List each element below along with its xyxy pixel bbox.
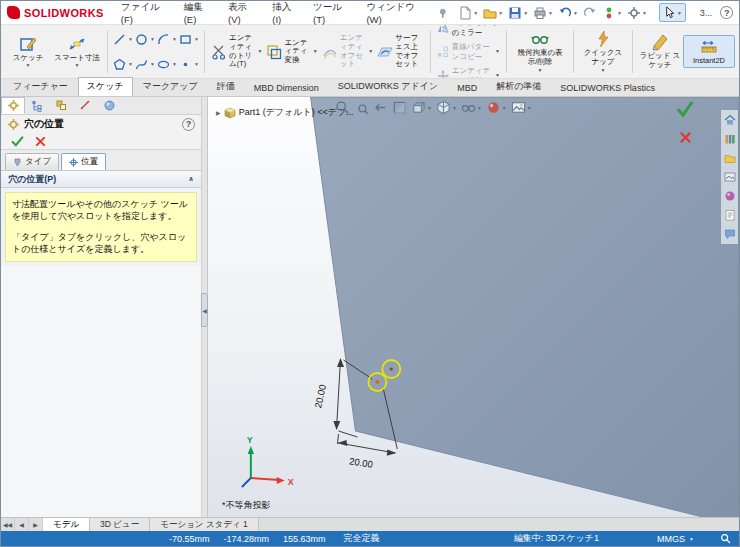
mirror-entities-button[interactable]: エンティティのミラー bbox=[435, 25, 502, 39]
tab-mbd[interactable]: MBD bbox=[448, 80, 486, 96]
new-document-caret[interactable]: ▼ bbox=[473, 10, 478, 16]
undo-caret[interactable]: ▼ bbox=[573, 10, 578, 16]
point-tool-button[interactable]: ▼ bbox=[178, 58, 200, 71]
tab-hole-position[interactable]: 位置 bbox=[61, 153, 106, 170]
offset-entities-button[interactable]: エンティティ オフセット ▼ bbox=[320, 32, 375, 71]
status-options-button[interactable] bbox=[720, 533, 731, 544]
convert-entities-button[interactable]: エンティティ変換 ▼ bbox=[264, 37, 319, 67]
graphics-area[interactable]: 20.00 20.00 bbox=[208, 97, 739, 517]
dimension-vertical-value[interactable]: 20.00 bbox=[312, 384, 328, 410]
rebuild-caret[interactable]: ▼ bbox=[617, 10, 622, 16]
tab-sketch[interactable]: スケッチ bbox=[78, 77, 133, 96]
smart-dimension-caret[interactable]: ▼ bbox=[75, 63, 80, 68]
section-collapse-chevron-icon[interactable]: ∧ bbox=[188, 175, 194, 183]
ellipse-tool-button[interactable]: ▼ bbox=[156, 58, 178, 71]
zoom-area-button[interactable] bbox=[353, 99, 370, 116]
section-view-button[interactable] bbox=[391, 99, 408, 116]
arc-tool-button[interactable]: ▼ bbox=[156, 33, 178, 46]
hide-show-caret[interactable]: ▼ bbox=[477, 105, 482, 111]
quick-snaps-button[interactable]: クイックスナップ ▼ bbox=[578, 28, 628, 74]
view-palette-button[interactable] bbox=[723, 170, 737, 184]
dimension-horizontal-value[interactable]: 20.00 bbox=[348, 455, 373, 470]
display-style-button[interactable]: ▼ bbox=[435, 99, 458, 116]
confirm-cancel-button[interactable] bbox=[678, 130, 693, 147]
tab-solidworks-addins[interactable]: SOLIDWORKS アドイン bbox=[329, 77, 447, 96]
hide-show-items-button[interactable]: ▼ bbox=[460, 99, 483, 116]
tab-analysis-preparation[interactable]: 解析の準備 bbox=[487, 77, 550, 96]
model-surface-face[interactable] bbox=[311, 97, 739, 517]
tab-markup[interactable]: マークアップ bbox=[134, 77, 207, 96]
tree-expand-arrow-icon[interactable]: ▶ bbox=[216, 109, 221, 116]
polygon-caret[interactable]: ▼ bbox=[128, 61, 133, 67]
previous-view-button[interactable] bbox=[372, 99, 389, 116]
file-explorer-button[interactable] bbox=[723, 151, 737, 165]
feature-tree-flyout[interactable]: ▶ Part1 (デフォルト) <<デフ... bbox=[216, 106, 354, 119]
point-caret[interactable]: ▼ bbox=[194, 61, 199, 67]
rebuild-button[interactable]: ▼ bbox=[600, 4, 624, 22]
circle-caret[interactable]: ▼ bbox=[150, 36, 155, 42]
view-orientation-caret[interactable]: ▼ bbox=[427, 105, 432, 111]
configurationmanager-tab[interactable] bbox=[49, 97, 73, 114]
resources-home-button[interactable] bbox=[723, 113, 737, 127]
convert-entities-caret[interactable]: ▼ bbox=[313, 49, 318, 54]
undo-button[interactable]: ▼ bbox=[556, 4, 580, 22]
zoom-fit-button[interactable] bbox=[334, 99, 351, 116]
select-caret[interactable]: ▼ bbox=[677, 10, 682, 16]
appearances-button[interactable] bbox=[723, 189, 737, 203]
open-document-button[interactable]: ▼ bbox=[481, 4, 505, 22]
trim-entities-caret[interactable]: ▼ bbox=[257, 49, 262, 54]
tab-evaluate[interactable]: 評価 bbox=[208, 77, 244, 96]
view-orientation-button[interactable]: ▼ bbox=[410, 99, 433, 116]
propertymanager-help-icon[interactable]: ? bbox=[182, 118, 195, 131]
save-caret[interactable]: ▼ bbox=[523, 10, 528, 16]
save-button[interactable]: ▼ bbox=[506, 4, 530, 22]
design-library-button[interactable] bbox=[723, 132, 737, 146]
sketch-dropdown-caret[interactable]: ▼ bbox=[26, 63, 31, 68]
help-icon[interactable]: ? bbox=[720, 6, 733, 19]
quick-snaps-caret[interactable]: ▼ bbox=[601, 68, 606, 73]
sketch-button[interactable]: スケッチ ▼ bbox=[5, 33, 51, 71]
spline-tool-button[interactable]: ▼ bbox=[134, 58, 156, 71]
print-button[interactable]: ▼ bbox=[531, 4, 555, 22]
tab-motion-study[interactable]: モーション スタディ 1 bbox=[150, 518, 259, 531]
arc-caret[interactable]: ▼ bbox=[172, 36, 177, 42]
sketch-point-2[interactable] bbox=[390, 367, 393, 370]
linear-pattern-button[interactable]: 直線パターンコピー ▼ bbox=[435, 41, 502, 63]
line-caret[interactable]: ▼ bbox=[128, 36, 133, 42]
tab-mbd-dimension[interactable]: MBD Dimension bbox=[245, 80, 328, 96]
tab-features[interactable]: フィーチャー bbox=[4, 77, 77, 96]
redo-button[interactable] bbox=[581, 4, 599, 22]
select-tool-button[interactable]: ▼ bbox=[659, 3, 686, 22]
featuremanager-tab[interactable] bbox=[25, 97, 49, 114]
custom-properties-button[interactable] bbox=[723, 208, 737, 222]
display-style-caret[interactable]: ▼ bbox=[452, 105, 457, 111]
appearance-caret[interactable]: ▼ bbox=[502, 105, 507, 111]
tab-scroll-prev-button[interactable]: ◀ bbox=[15, 518, 29, 531]
cancel-x-icon[interactable] bbox=[34, 135, 47, 148]
rapid-sketch-button[interactable]: ラピッド スケッチ bbox=[637, 31, 683, 71]
view-settings-caret[interactable]: ▼ bbox=[527, 105, 532, 111]
model-scene[interactable]: 20.00 20.00 bbox=[208, 97, 739, 517]
forum-button[interactable] bbox=[723, 227, 737, 241]
tab-3d-views[interactable]: 3D ビュー bbox=[90, 518, 150, 531]
open-document-caret[interactable]: ▼ bbox=[498, 10, 503, 16]
edit-appearance-button[interactable]: ▼ bbox=[485, 99, 508, 116]
smart-dimension-button[interactable]: スマート寸法 ▼ bbox=[51, 33, 103, 71]
sketch-point[interactable] bbox=[375, 380, 379, 384]
tab-hole-type[interactable]: タイプ bbox=[5, 153, 59, 170]
displaymanager-tab[interactable] bbox=[97, 97, 121, 114]
tab-model[interactable]: モデル bbox=[43, 518, 90, 531]
print-caret[interactable]: ▼ bbox=[548, 10, 553, 16]
view-settings-button[interactable]: ▼ bbox=[510, 99, 533, 116]
tab-scroll-first-button[interactable]: ◀◀ bbox=[1, 518, 15, 531]
tab-scroll-next-button[interactable]: ▶ bbox=[29, 518, 43, 531]
ok-check-icon[interactable] bbox=[11, 135, 24, 148]
search-shortcut-text[interactable]: 3... bbox=[700, 8, 713, 18]
rectangle-caret[interactable]: ▼ bbox=[194, 36, 199, 42]
unit-system-selector[interactable]: MMGS ▼ bbox=[657, 534, 694, 544]
options-caret[interactable]: ▼ bbox=[642, 10, 647, 16]
instant2d-button[interactable]: Instant2D bbox=[683, 35, 735, 69]
hole-position-section-header[interactable]: 穴の位置(P) ∧ bbox=[1, 171, 201, 188]
new-document-button[interactable]: ▼ bbox=[456, 4, 480, 22]
rectangle-tool-button[interactable]: ▼ bbox=[178, 33, 200, 46]
